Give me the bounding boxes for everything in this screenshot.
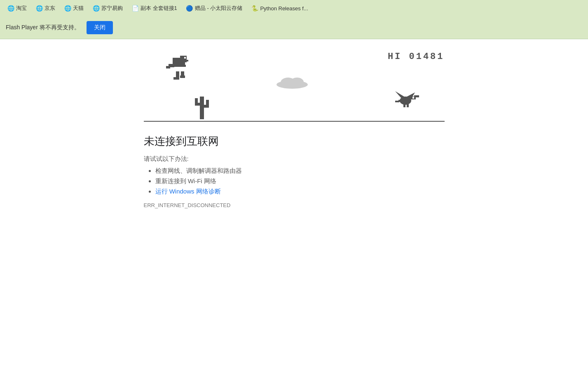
flash-close-button[interactable]: 关闭 [87,21,113,34]
score-value: 01481 [409,52,444,62]
error-content: 未连接到互联网 请试试以下办法: 检查网线、调制解调器和路由器重新连接到 Wi-… [144,134,445,208]
network-diagnostic-link[interactable]: 运行 Windows 网络诊断 [155,188,221,195]
svg-rect-22 [414,95,419,97]
flash-notification-bar: Flash Player 将不再受支持。 关闭 [0,17,588,39]
cloud-sprite [276,76,309,90]
ground-line [144,121,445,122]
tab-taobao[interactable]: 🌐淘宝 [3,1,31,15]
tab-bar: 🌐淘宝🌐京东🌐天猫🌐苏宁易购📄副本 全套链接1🔵赠品 - 小太阳云存储🐍Pyth… [0,0,588,17]
svg-rect-29 [407,104,409,107]
svg-rect-28 [403,104,405,107]
tmall-tab-label: 天猫 [73,5,84,12]
gift-tab-icon: 🔵 [186,5,193,12]
tab-gift[interactable]: 🔵赠品 - 小太阳云存储 [182,1,247,15]
svg-rect-10 [180,75,185,78]
jd-tab-label: 京东 [45,5,55,12]
svg-rect-6 [166,66,170,68]
svg-rect-1 [180,56,187,62]
copy-tab-icon: 📄 [132,5,138,12]
svg-rect-15 [200,97,204,119]
svg-rect-17 [195,98,198,106]
hi-label: HI [388,52,402,62]
taobao-tab-label: 淘宝 [16,5,27,12]
svg-rect-27 [395,101,399,102]
suning-tab-icon: 🌐 [93,5,99,12]
svg-rect-2 [184,57,186,59]
error-suggestions-list: 检查网线、调制解调器和路由器重新连接到 Wi-Fi 网络运行 Windows 网… [144,167,445,196]
suning-tab-label: 苏宁易购 [101,5,123,12]
tmall-tab-icon: 🌐 [64,5,71,12]
suggestion-item: 重新连接到 Wi-Fi 网络 [155,177,445,185]
svg-rect-4 [176,63,181,66]
hi-score: HI 01481 [388,52,445,62]
svg-rect-9 [173,77,179,80]
tab-tmall[interactable]: 🌐天猫 [60,1,88,15]
tab-python[interactable]: 🐍Python Releases f... [247,1,312,15]
svg-rect-19 [206,100,209,108]
gift-tab-label: 赠品 - 小太阳云存储 [195,5,243,12]
svg-marker-24 [395,91,405,98]
jd-tab-icon: 🌐 [36,5,42,12]
python-tab-icon: 🐍 [251,5,258,12]
python-tab-label: Python Releases f... [260,5,308,12]
suggestion-link-item: 运行 Windows 网络诊断 [155,188,445,196]
pterodactyl-sprite [391,89,420,109]
suggestion-item: 检查网线、调制解调器和路由器 [155,167,445,175]
svg-rect-3 [186,60,188,61]
cactus-sprite [193,92,210,121]
dino-sprite [164,56,189,84]
error-subtitle: 请试试以下办法: [144,155,445,163]
error-code: ERR_INTERNET_DISCONNECTED [144,202,445,208]
svg-rect-11 [183,65,186,67]
error-title: 未连接到互联网 [144,134,445,149]
svg-rect-23 [412,97,414,99]
tab-copy[interactable]: 📄副本 全套链接1 [128,1,181,15]
svg-point-14 [290,78,304,87]
main-content: HI 01481 [0,39,588,361]
taobao-tab-icon: 🌐 [7,5,14,12]
dino-game-area: HI 01481 [144,52,445,122]
flash-bar-text: Flash Player 将不再受支持。 [6,24,80,31]
tab-jd[interactable]: 🌐京东 [32,1,59,15]
copy-tab-label: 副本 全套链接1 [141,5,177,12]
tab-suning[interactable]: 🌐苏宁易购 [89,1,127,15]
